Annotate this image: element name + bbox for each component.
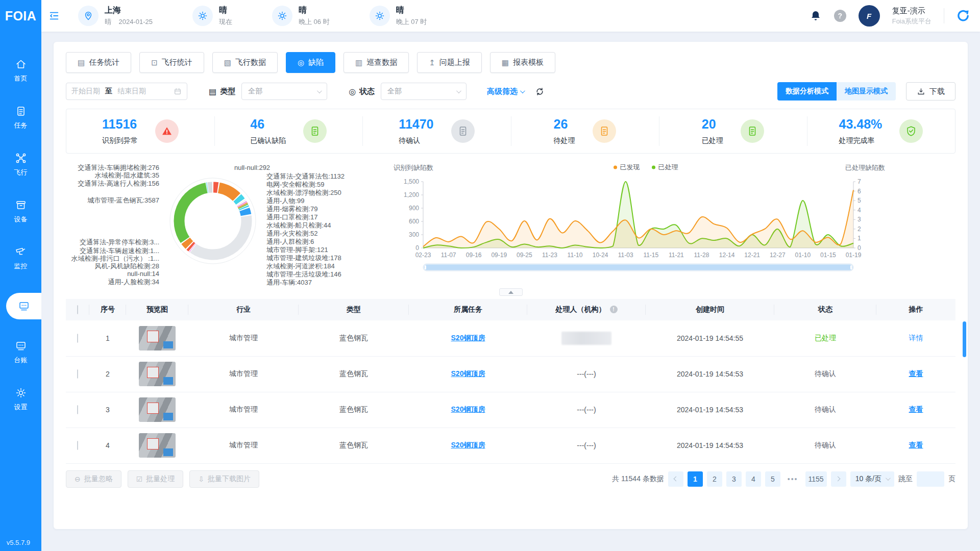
sidebar-item-home[interactable]: 首页 — [0, 58, 41, 87]
advanced-filter-link[interactable]: 高级筛选 — [487, 87, 524, 96]
avatar[interactable]: F — [859, 5, 880, 27]
row-action-link[interactable]: 查看 — [909, 369, 923, 378]
table-scrollbar[interactable] — [963, 321, 966, 357]
type-select[interactable]: 全部 — [241, 83, 327, 100]
donut-segment[interactable] — [242, 205, 243, 206]
page-button[interactable]: 1 — [688, 471, 703, 487]
preview-image[interactable] — [139, 326, 176, 350]
tab-label: 飞行数据 — [235, 58, 266, 67]
batch-process-button[interactable]: ☑批量处理 — [128, 470, 184, 488]
row-checkbox[interactable] — [77, 334, 78, 343]
donut-segment[interactable] — [208, 187, 212, 188]
download-icon — [917, 87, 925, 96]
logout-swirl-icon[interactable] — [957, 9, 970, 22]
page-button[interactable]: 3 — [726, 471, 742, 487]
task-link[interactable]: S20钢顶房 — [451, 405, 485, 413]
page-button[interactable]: 5 — [765, 471, 780, 487]
user-info[interactable]: 复亚-演示 Foia系统平台 — [892, 6, 932, 26]
donut-segment[interactable] — [193, 216, 247, 255]
tab-flight-data[interactable]: ▧飞行数据 — [212, 52, 278, 73]
row-index: 1 — [89, 320, 126, 356]
view-mode-toggle: 数据分析模式 地图显示模式 — [777, 82, 896, 101]
page-size-select[interactable]: 10 条/页 — [850, 471, 894, 487]
page-button[interactable]: 4 — [746, 471, 761, 487]
stat-label: 已处理 — [702, 136, 723, 145]
svg-text:09-25: 09-25 — [517, 252, 532, 259]
donut-segment[interactable] — [241, 203, 241, 203]
row-action-link[interactable]: 查看 — [909, 441, 923, 449]
refresh-icon[interactable] — [535, 87, 545, 96]
tab-flight-data-icon: ▧ — [224, 58, 231, 67]
donut-segment[interactable] — [237, 198, 240, 202]
row-task-cell: S20钢顶房 — [409, 356, 527, 392]
preview-image[interactable] — [139, 397, 176, 422]
sidebar-item-ledger[interactable]: 台账 — [0, 340, 41, 368]
sidebar-item-label: 飞行 — [14, 168, 28, 177]
donut-segment[interactable] — [213, 187, 218, 188]
main-area: ▤任务统计⊡飞行统计▧飞行数据◎缺陷▥巡查数据↥问题上报▦报表模板 开始日期 至… — [41, 32, 980, 551]
select-all-checkbox[interactable] — [77, 305, 78, 314]
row-preview-cell — [126, 320, 188, 356]
mode-data-analysis[interactable]: 数据分析模式 — [777, 82, 837, 101]
donut-segment[interactable] — [243, 207, 244, 208]
svg-text:0: 0 — [857, 244, 861, 252]
info-icon[interactable]: ! — [610, 306, 618, 313]
column-header-label: 所属任务 — [454, 305, 482, 313]
page-button[interactable]: 2 — [707, 471, 722, 487]
page-button[interactable]: 1155 — [805, 471, 827, 487]
tab-flight-stats[interactable]: ⊡飞行统计 — [139, 52, 204, 73]
batch-download-button[interactable]: ⇩批量下载图片 — [189, 470, 259, 488]
row-index: 2 — [89, 356, 126, 392]
row-action-link[interactable]: 详情 — [909, 334, 923, 342]
row-checkbox[interactable] — [77, 369, 78, 379]
batch-ignore-button[interactable]: ⊖批量忽略 — [66, 470, 121, 488]
tab-patrol[interactable]: ▥巡查数据 — [344, 52, 409, 73]
mode-map-display[interactable]: 地图显示模式 — [837, 82, 896, 101]
collapse-charts-button[interactable] — [499, 288, 523, 296]
help-icon[interactable]: ? — [834, 10, 846, 22]
sidebar-item-device[interactable]: 设备 — [0, 199, 41, 228]
row-checkbox[interactable] — [77, 441, 78, 450]
tab-template[interactable]: ▦报表模板 — [490, 52, 555, 73]
prev-page-button[interactable] — [668, 471, 683, 487]
donut-segment[interactable] — [190, 246, 191, 247]
next-page-button[interactable] — [831, 471, 846, 487]
donut-segment[interactable] — [219, 188, 237, 197]
svg-text:600: 600 — [409, 218, 419, 225]
jump-page-input[interactable] — [917, 471, 944, 487]
collapse-sidebar-icon[interactable] — [48, 10, 60, 21]
notifications-bell-icon[interactable] — [810, 10, 822, 22]
sidebar-item-tasks[interactable]: 任务 — [0, 105, 41, 134]
tab-report[interactable]: ↥问题上报 — [417, 52, 482, 73]
svg-text:09-16: 09-16 — [466, 252, 482, 259]
row-action-link[interactable]: 查看 — [909, 405, 923, 413]
sidebar-item-flight[interactable]: 飞行 — [0, 152, 41, 181]
task-link[interactable]: S20钢顶房 — [451, 441, 485, 449]
tab-defect-icon: ◎ — [298, 58, 304, 67]
settings-icon — [15, 387, 27, 399]
chevron-right-icon — [836, 477, 841, 482]
task-link[interactable]: S20钢顶房 — [451, 334, 485, 342]
donut-segment[interactable] — [186, 241, 189, 245]
status-select[interactable]: 全部 — [381, 83, 467, 100]
donut-segment[interactable] — [179, 188, 207, 240]
svg-text:02-23: 02-23 — [415, 252, 431, 259]
stat-value: 43.48% — [839, 117, 883, 132]
donut-segment[interactable] — [244, 210, 246, 215]
donut-segment[interactable] — [243, 206, 243, 207]
download-button[interactable]: 下载 — [906, 82, 955, 101]
date-range-input[interactable]: 开始日期 至 结束日期 — [66, 83, 187, 100]
preview-image[interactable] — [139, 433, 176, 458]
row-checkbox[interactable] — [77, 405, 78, 414]
donut-label: null-null:14 — [127, 270, 159, 278]
sidebar-item-monitor[interactable]: 监控 — [0, 246, 41, 274]
task-link[interactable]: S20钢顶房 — [451, 369, 485, 378]
donut-label: 交通算法-高速行人检测:156 — [78, 179, 159, 188]
sidebar-item-settings[interactable]: 设置 — [0, 387, 41, 415]
tab-task-stats[interactable]: ▤任务统计 — [66, 52, 131, 73]
preview-image[interactable] — [139, 362, 176, 386]
tab-defect[interactable]: ◎缺陷 — [286, 52, 335, 73]
donut-segment[interactable] — [242, 204, 242, 205]
donut-segment[interactable] — [192, 247, 193, 248]
sidebar-item-data[interactable] — [6, 293, 41, 319]
